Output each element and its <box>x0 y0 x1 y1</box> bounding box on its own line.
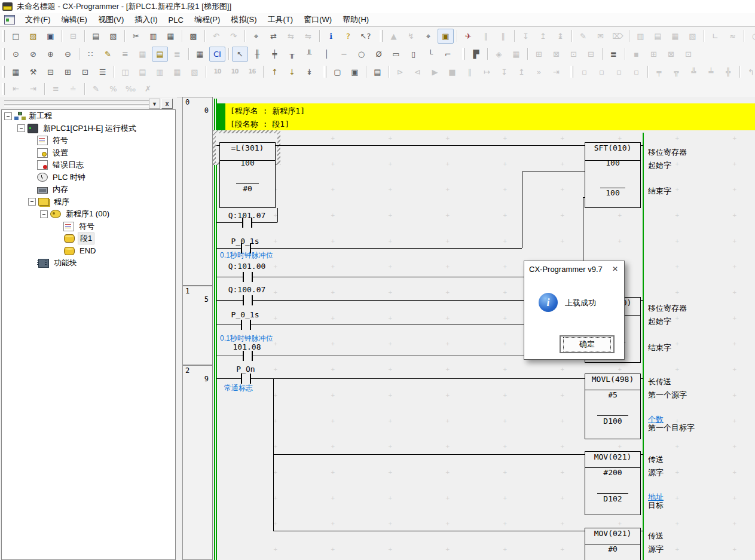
show-hex-button[interactable]: 16 <box>244 65 260 79</box>
delete-segment-button[interactable]: ⌐ <box>440 47 456 62</box>
view-st-button[interactable]: ▧ <box>187 65 203 79</box>
view-mnemonic-button[interactable]: ▥ <box>152 65 168 79</box>
show-decimal-button[interactable]: 10 <box>209 65 225 79</box>
operand-text[interactable]: P_On <box>236 365 255 374</box>
program-block-view-button[interactable]: ▛ <box>468 47 484 62</box>
tree-item-plc-clock[interactable]: PLC 时钟 <box>2 172 175 184</box>
rung-margin-2[interactable]: 29 <box>182 365 213 560</box>
build-tools-button[interactable]: ⚒ <box>25 65 41 79</box>
ok-button[interactable]: 确定 <box>560 335 615 353</box>
menu-window[interactable]: 窗口(W) <box>298 13 337 26</box>
show-rung-comment-button[interactable]: ✎ <box>100 47 116 62</box>
differential-down-button[interactable]: ╦ <box>668 65 684 79</box>
contact-p-on[interactable] <box>241 374 242 384</box>
operand-text[interactable]: MOV(021) <box>594 453 632 461</box>
io-comment-view-button[interactable]: ▦ <box>192 47 208 62</box>
transfer-from-plc-button[interactable]: ↥ <box>535 29 551 44</box>
cycle-time-button[interactable]: ○ <box>747 29 755 44</box>
tree-expander-minus[interactable] <box>28 198 36 206</box>
operand-text[interactable]: P_0_1s <box>231 237 259 246</box>
online-edit-release-button[interactable]: ⌦ <box>610 29 626 44</box>
toolbar-grip[interactable] <box>380 30 383 42</box>
contact-p-on[interactable] <box>250 374 251 384</box>
monitor-hold-button[interactable]: ▣ <box>347 65 363 79</box>
program-check-options-button[interactable]: ⌖ <box>420 29 436 44</box>
paste-button[interactable]: ▦ <box>163 29 179 44</box>
operand-text[interactable]: P_0_1s <box>231 311 259 319</box>
print-button[interactable]: ▤ <box>88 29 104 44</box>
help-topics-button[interactable]: ? <box>340 29 356 44</box>
new-or-closed-contact-button[interactable]: ╨ <box>301 47 317 62</box>
compile-program-button[interactable]: ▲ <box>386 29 402 44</box>
monitor-window-button[interactable]: ▢ <box>329 65 346 79</box>
data-monitor-button[interactable]: ▦ <box>135 47 151 62</box>
online-edit-delete-button[interactable]: ⊠ <box>548 47 564 62</box>
undo-button[interactable]: ↶ <box>208 29 224 44</box>
operand-text[interactable]: Q:101.00 <box>228 262 266 271</box>
watch-sheet-button[interactable]: ▤ <box>369 65 386 79</box>
operand-text[interactable]: #200 <box>603 469 622 477</box>
indent-rung-button[interactable]: ⇤ <box>8 81 24 96</box>
go-to-next-address-button[interactable]: ↡ <box>301 65 317 79</box>
replace-button[interactable]: ⇄ <box>265 29 282 44</box>
new-file-button[interactable]: □ <box>8 29 24 44</box>
comment-permille-button[interactable]: ‰ <box>123 81 139 96</box>
pause-simulation-button[interactable]: ∥ <box>478 29 494 44</box>
monitor-clock-button[interactable]: ▦ <box>667 29 683 44</box>
menu-help[interactable]: 帮助(H) <box>337 13 374 26</box>
watch-grid-button[interactable]: ▦ <box>508 47 524 62</box>
operand-text[interactable]: 100 <box>606 189 619 197</box>
new-closed-coil-button[interactable]: Ø <box>371 47 387 62</box>
view-sfc-button[interactable]: ▦ <box>169 65 185 79</box>
rung-comment-banner[interactable]: [程序名 : 新程序1][段名称 : 段1] <box>217 103 755 130</box>
contact-q-101-00[interactable] <box>252 272 253 282</box>
new-coil-button[interactable]: ○ <box>353 47 369 62</box>
dialog-close-button[interactable]: ✕ <box>606 261 624 276</box>
change-plc-model-button[interactable]: ⊟ <box>65 29 81 44</box>
toolbar-grip[interactable] <box>2 66 5 78</box>
tree-item-function-blocks[interactable]: 功能块 <box>2 257 175 270</box>
show-symbols-bar-button[interactable]: ▤ <box>152 47 168 62</box>
menu-simulation[interactable]: 模拟(S) <box>225 13 262 26</box>
debug-hand-off-button[interactable]: ⊲ <box>409 65 426 79</box>
new-plc-instruction-button[interactable]: ▭ <box>388 47 404 62</box>
tree-item-memory[interactable]: 内存 <box>2 183 175 196</box>
force-set-button[interactable]: ∟ <box>707 29 723 44</box>
tree-item-program1[interactable]: 新程序1 (00) <box>2 208 175 221</box>
show-hierarchy-button[interactable]: ≣ <box>169 47 185 62</box>
rung-margin-0[interactable]: 00 <box>182 97 213 286</box>
bit-force-on-button[interactable]: ▫ <box>611 65 627 79</box>
new-contact-button[interactable]: ╫ <box>249 47 265 62</box>
tree-item-plc[interactable]: 新PLC1[CP1H-E] 运行模式 <box>2 123 175 135</box>
new-fb-invocation-button[interactable]: ▯ <box>405 47 421 62</box>
contact-101-08[interactable] <box>243 351 244 361</box>
window-new-button[interactable]: ⊡ <box>77 65 93 79</box>
menu-insert[interactable]: 插入(I) <box>129 13 163 26</box>
align-top-button[interactable]: ≐ <box>65 81 81 96</box>
new-or-contact-button[interactable]: ╥ <box>284 47 300 62</box>
monitor-io-button[interactable]: ▥ <box>632 29 649 44</box>
contact-p-0-1s-rung1[interactable] <box>250 320 251 330</box>
comment-percent-button[interactable]: % <box>105 81 121 96</box>
toolbar-grip[interactable] <box>2 30 5 42</box>
contact-p-0-1s-rung1[interactable] <box>241 320 242 330</box>
contact-q-100-07[interactable] <box>243 295 244 305</box>
bit-off-button[interactable]: ▫ <box>594 65 610 79</box>
operand-text[interactable]: SFT(010) <box>594 144 632 152</box>
zoom-in-button[interactable]: ⊕ <box>42 47 59 62</box>
new-horizontal-line-button[interactable]: ─ <box>336 47 352 62</box>
show-grid-button[interactable]: ∷ <box>82 47 99 62</box>
tree-item-program1-symbols[interactable]: 符号 <box>2 221 175 233</box>
menu-programming[interactable]: 编程(P) <box>189 13 225 26</box>
operand-text[interactable]: D100 <box>603 417 622 426</box>
debug-pause-button[interactable]: ∥ <box>461 65 478 79</box>
differential-up-button[interactable]: ╤ <box>651 65 667 79</box>
toolbar-grip[interactable] <box>462 48 465 60</box>
menu-plc[interactable]: PLC <box>163 14 189 26</box>
operand-text[interactable]: Q:100.07 <box>228 286 266 294</box>
zoom-out-button[interactable]: ⊖ <box>60 47 76 62</box>
tree-expander-minus[interactable] <box>17 124 25 132</box>
workspace-close-button[interactable]: x <box>161 99 173 109</box>
toolbar-grip[interactable] <box>2 48 5 60</box>
zoom-tool-button[interactable]: ⊙ <box>8 47 24 62</box>
